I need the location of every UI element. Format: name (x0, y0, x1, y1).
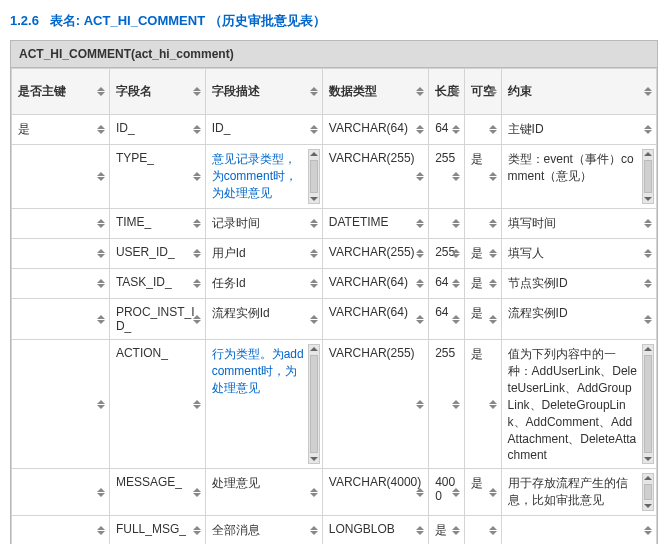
table-cell: VARCHAR(255) (322, 239, 428, 269)
sort-icon[interactable] (193, 123, 201, 137)
sort-icon[interactable] (193, 397, 201, 411)
sort-icon[interactable] (452, 397, 460, 411)
sort-icon[interactable] (416, 397, 424, 411)
sort-icon[interactable] (310, 312, 318, 326)
sort-icon[interactable] (452, 170, 460, 184)
sort-icon[interactable] (489, 312, 497, 326)
vertical-scrollbar[interactable] (642, 344, 654, 464)
table-cell (12, 469, 110, 516)
vertical-scrollbar[interactable] (308, 344, 320, 464)
sort-icon[interactable] (452, 524, 460, 538)
table-cell (501, 516, 656, 545)
column-header[interactable]: 数据类型 (322, 69, 428, 115)
sort-icon[interactable] (489, 277, 497, 291)
table-cell: VARCHAR(255) (322, 145, 428, 209)
sort-icon[interactable] (644, 277, 652, 291)
sort-icon[interactable] (193, 247, 201, 261)
sort-icon[interactable] (416, 170, 424, 184)
sort-icon[interactable] (193, 217, 201, 231)
sort-icon[interactable] (416, 247, 424, 261)
sort-icon[interactable] (97, 524, 105, 538)
sort-icon[interactable] (193, 85, 201, 99)
vertical-scrollbar[interactable] (642, 149, 654, 204)
sort-icon[interactable] (97, 85, 105, 99)
table-row: FULL_MSG_全部消息LONGBLOB是 (12, 516, 657, 545)
column-header[interactable]: 可空 (465, 69, 501, 115)
table-cell: USER_ID_ (109, 239, 205, 269)
sort-icon[interactable] (97, 397, 105, 411)
vertical-scrollbar[interactable] (642, 473, 654, 511)
cell-text: 类型：event（事件）comment（意见） (508, 152, 634, 183)
sort-icon[interactable] (644, 524, 652, 538)
sort-icon[interactable] (489, 485, 497, 499)
sort-icon[interactable] (452, 123, 460, 137)
sort-icon[interactable] (193, 524, 201, 538)
sort-icon[interactable] (97, 217, 105, 231)
vertical-scrollbar[interactable] (308, 149, 320, 204)
sort-icon[interactable] (644, 123, 652, 137)
sort-icon[interactable] (310, 524, 318, 538)
sort-icon[interactable] (644, 217, 652, 231)
cell-text: MESSAGE_ (116, 475, 182, 489)
sort-icon[interactable] (489, 217, 497, 231)
sort-icon[interactable] (489, 524, 497, 538)
sort-icon[interactable] (310, 247, 318, 261)
table-cell: 填写时间 (501, 209, 656, 239)
sort-icon[interactable] (452, 277, 460, 291)
sort-icon[interactable] (452, 312, 460, 326)
sort-icon[interactable] (416, 217, 424, 231)
sort-icon[interactable] (452, 485, 460, 499)
column-header[interactable]: 长度 (429, 69, 465, 115)
sort-icon[interactable] (452, 85, 460, 99)
sort-icon[interactable] (416, 277, 424, 291)
cell-text: FULL_MSG_ (116, 522, 186, 536)
sort-icon[interactable] (310, 485, 318, 499)
sort-icon[interactable] (310, 277, 318, 291)
table-container: ACT_HI_COMMENT(act_hi_comment) 是否主键字段名字段… (10, 40, 658, 544)
sort-icon[interactable] (310, 85, 318, 99)
table-cell (12, 516, 110, 545)
sort-icon[interactable] (310, 123, 318, 137)
sort-icon[interactable] (644, 312, 652, 326)
sort-icon[interactable] (193, 277, 201, 291)
sort-icon[interactable] (644, 85, 652, 99)
sort-icon[interactable] (489, 123, 497, 137)
sort-icon[interactable] (489, 85, 497, 99)
table-row: PROC_INST_ID_流程实例IdVARCHAR(64)64是流程实例ID (12, 299, 657, 340)
sort-icon[interactable] (97, 123, 105, 137)
column-header[interactable]: 约束 (501, 69, 656, 115)
sort-icon[interactable] (97, 170, 105, 184)
table-cell: 节点实例ID (501, 269, 656, 299)
heading-desc: （历史审批意见表） (209, 13, 326, 28)
sort-icon[interactable] (416, 524, 424, 538)
sort-icon[interactable] (416, 85, 424, 99)
sort-icon[interactable] (644, 247, 652, 261)
sort-icon[interactable] (310, 217, 318, 231)
sort-icon[interactable] (489, 247, 497, 261)
sort-icon[interactable] (97, 485, 105, 499)
table-cell (12, 269, 110, 299)
cell-text: DATETIME (329, 215, 389, 229)
column-header[interactable]: 字段描述 (205, 69, 322, 115)
table-cell: FULL_MSG_ (109, 516, 205, 545)
sort-icon[interactable] (97, 247, 105, 261)
sort-icon[interactable] (489, 397, 497, 411)
sort-icon[interactable] (452, 217, 460, 231)
table-cell: VARCHAR(4000) (322, 469, 428, 516)
sort-icon[interactable] (193, 170, 201, 184)
sort-icon[interactable] (193, 485, 201, 499)
table-row: TYPE_意见记录类型，为comment时，为处理意见VARCHAR(255)2… (12, 145, 657, 209)
table-cell: 处理意见 (205, 469, 322, 516)
cell-text: 255 (435, 346, 455, 360)
column-header[interactable]: 字段名 (109, 69, 205, 115)
cell-text: 是 (471, 246, 483, 260)
sort-icon[interactable] (97, 312, 105, 326)
sort-icon[interactable] (416, 123, 424, 137)
sort-icon[interactable] (489, 170, 497, 184)
sort-icon[interactable] (193, 312, 201, 326)
column-header[interactable]: 是否主键 (12, 69, 110, 115)
sort-icon[interactable] (416, 485, 424, 499)
sort-icon[interactable] (452, 247, 460, 261)
sort-icon[interactable] (416, 312, 424, 326)
sort-icon[interactable] (97, 277, 105, 291)
